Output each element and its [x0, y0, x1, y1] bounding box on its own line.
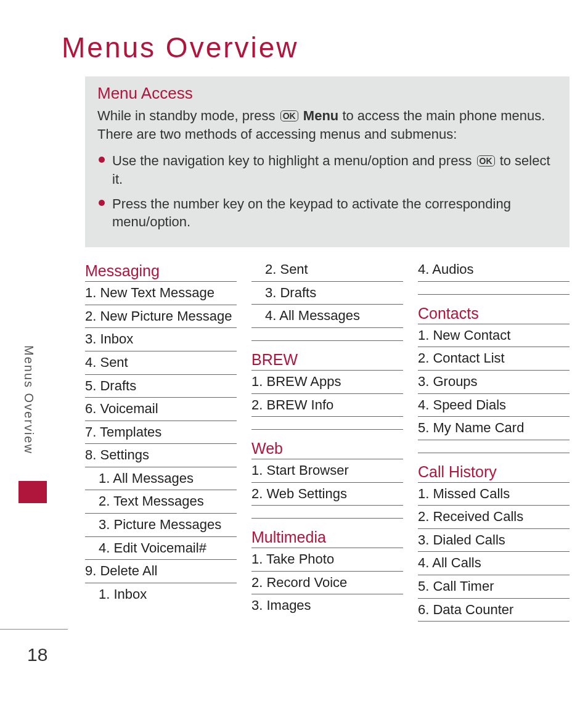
bullet1-before: Use the navigation key to highlight a me…: [112, 153, 476, 168]
list-item: 3. Groups: [418, 371, 570, 394]
list-item: 4. Sent: [85, 351, 237, 375]
list-item: 8. Settings: [85, 444, 237, 467]
menu-access-intro: While in standby mode, press OK Menu to …: [97, 107, 557, 143]
list-item: 1. Inbox: [85, 583, 237, 606]
category-web: Web 1. Start Browser 2. Web Settings: [251, 429, 403, 506]
list-item: 7. Templates: [85, 421, 237, 445]
manual-page: Menus Overview Menu Access While in stan…: [0, 0, 588, 706]
list-item: 3. Images: [251, 594, 403, 617]
menu-keyword: Menu: [303, 108, 338, 123]
category-messaging: Messaging 1. New Text Message 2. New Pic…: [85, 262, 237, 605]
category-multimedia: Multimedia 1. Take Photo 2. Record Voice…: [251, 518, 403, 617]
list-item: 2. Record Voice: [251, 572, 403, 595]
side-tab-bar: [18, 481, 47, 503]
list-item: 1. New Contact: [418, 324, 570, 348]
menu-columns: Messaging 1. New Text Message 2. New Pic…: [85, 258, 570, 622]
list-item: 2. Sent: [251, 258, 403, 282]
list-item: 1. All Messages: [85, 467, 237, 491]
list-item: 2. Text Messages: [85, 490, 237, 514]
category-call-history: Call History 1. Missed Calls 2. Received…: [418, 453, 570, 622]
list-item: 2. BREW Info: [251, 394, 403, 417]
list-item: 4. All Calls: [418, 552, 570, 575]
side-rule: [0, 629, 68, 630]
list-item: 5. My Name Card: [418, 417, 570, 440]
list-item: 4. Speed Dials: [418, 394, 570, 417]
category-title-contacts: Contacts: [418, 294, 570, 324]
sublist-settings: 1. All Messages 2. Text Messages 3. Pict…: [85, 467, 237, 560]
list-item: 3. Picture Messages: [85, 514, 237, 537]
list-item: 4. All Messages: [251, 305, 403, 328]
sublist-delete-all: 1. Inbox: [85, 583, 237, 606]
list-item: 1. Take Photo: [251, 548, 403, 572]
category-title-web: Web: [251, 429, 403, 459]
category-title-multimedia: Multimedia: [251, 518, 403, 548]
ok-key-icon: OK: [477, 155, 495, 166]
list-item: 4. Edit Voicemail#: [85, 537, 237, 560]
list-item: 2. Received Calls: [418, 506, 570, 529]
sublist-delete-all-continued: 2. Sent 3. Drafts 4. All Messages: [251, 258, 403, 328]
column-1: Messaging 1. New Text Message 2. New Pic…: [85, 258, 237, 622]
list-item: 5. Call Timer: [418, 575, 570, 599]
category-contacts: Contacts 1. New Contact 2. Contact List …: [418, 294, 570, 440]
menu-access-heading: Menu Access: [97, 84, 557, 103]
page-title: Menus Overview: [62, 31, 570, 64]
access-bullet-2: Press the number key on the keypad to ac…: [97, 195, 557, 231]
list-item: 1. New Text Message: [85, 282, 237, 305]
list-item: 2. Web Settings: [251, 483, 403, 506]
menu-access-box: Menu Access While in standby mode, press…: [85, 76, 570, 247]
category-brew: BREW 1. BREW Apps 2. BREW Info: [251, 340, 403, 417]
side-tab-label: Menus Overview: [18, 345, 36, 454]
list-item: 1. BREW Apps: [251, 371, 403, 394]
list-item: 5. Drafts: [85, 375, 237, 398]
list-item: 1. Start Browser: [251, 459, 403, 483]
column-2: 2. Sent 3. Drafts 4. All Messages BREW 1…: [251, 258, 403, 622]
list-item: 3. Inbox: [85, 328, 237, 351]
column-3: 4. Audios Contacts 1. New Contact 2. Con…: [418, 258, 570, 622]
category-title-brew: BREW: [251, 340, 403, 371]
sublist-multimedia-continued: 4. Audios: [418, 258, 570, 282]
category-title-messaging: Messaging: [85, 262, 237, 282]
category-title-call-history: Call History: [418, 453, 570, 483]
access-bullet-1: Use the navigation key to highlight a me…: [97, 152, 557, 188]
menu-access-list: Use the navigation key to highlight a me…: [97, 152, 557, 231]
page-number: 18: [27, 644, 47, 665]
list-item: 3. Drafts: [251, 282, 403, 305]
intro-text-before: While in standby mode, press: [97, 108, 279, 123]
list-item: 6. Data Counter: [418, 599, 570, 622]
list-item: 3. Dialed Calls: [418, 529, 570, 552]
ok-key-icon: OK: [280, 110, 298, 121]
list-item: 2. New Picture Message: [85, 305, 237, 329]
list-item: 6. Voicemail: [85, 398, 237, 421]
list-item: 9. Delete All: [85, 560, 237, 583]
list-item: 1. Missed Calls: [418, 483, 570, 506]
list-item: 2. Contact List: [418, 347, 570, 371]
list-item: 4. Audios: [418, 258, 570, 282]
